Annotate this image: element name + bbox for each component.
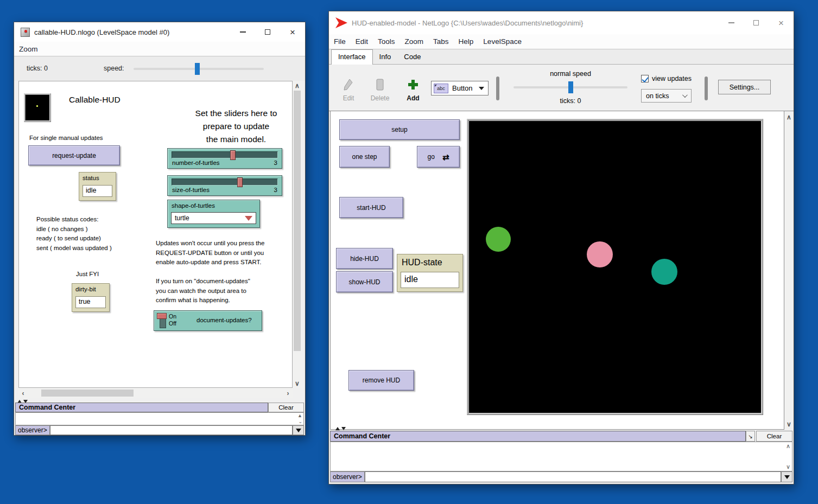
delete-widget-button[interactable]: Delete	[368, 76, 392, 102]
model-widget-canvas: Callable-HUD For single manual updates r…	[18, 81, 293, 388]
slider-instructions-note: Set the sliders here to prepare to updat…	[171, 107, 293, 146]
canvas-horizontal-scrollbar[interactable]: ‹ ›	[18, 388, 293, 398]
slider-handle[interactable]	[230, 150, 236, 160]
add-widget-button[interactable]: Add	[401, 76, 425, 102]
world-view[interactable]	[469, 121, 761, 413]
left-menubar: Zoom	[14, 42, 305, 56]
hide-hud-button[interactable]: hide-HUD	[336, 248, 393, 269]
minimize-button[interactable]	[230, 22, 255, 42]
ticks-counter: ticks: 0	[513, 97, 627, 105]
menu-item-help[interactable]: Help	[454, 37, 479, 46]
menu-item-file[interactable]: File	[329, 37, 351, 46]
close-button[interactable]: ×	[769, 11, 794, 34]
close-button[interactable]: ×	[280, 22, 305, 42]
slider-track[interactable]	[172, 151, 278, 158]
show-hud-button[interactable]: show-HUD	[336, 271, 393, 292]
scroll-up-icon[interactable]: ∧	[784, 112, 794, 122]
view-updates-checkbox[interactable]: view updates	[641, 75, 692, 82]
start-hud-button[interactable]: start-HUD	[339, 197, 403, 218]
request-update-button[interactable]: request-update	[28, 145, 120, 165]
chooser-value: turtle	[175, 214, 189, 222]
clear-button[interactable]: Clear	[268, 403, 304, 412]
dropdown-arrow-icon	[296, 429, 301, 432]
right-window-title: HUD-enabled-model - NetLogo {C:\Users\wa…	[352, 19, 583, 27]
status-monitor: status idle	[79, 172, 116, 201]
one-step-button[interactable]: one step	[339, 146, 390, 168]
command-history-dropdown[interactable]	[293, 425, 304, 435]
status-monitor-value: idle	[83, 185, 112, 197]
menu-item-edit[interactable]: Edit	[351, 37, 373, 46]
output-scroll-up-icon[interactable]: ▲	[297, 413, 302, 418]
clear-button[interactable]: Clear	[756, 431, 792, 442]
checkbox-icon[interactable]	[641, 75, 649, 82]
document-updates-switch[interactable]: On Off document-updates?	[154, 310, 262, 331]
speed-slider-handle[interactable]	[195, 63, 200, 75]
dirty-bit-monitor-value: true	[75, 296, 106, 308]
number-of-turtles-slider[interactable]: number-of-turtles 3	[167, 148, 282, 169]
settings-button[interactable]: Settings...	[718, 80, 771, 94]
eraser-icon	[368, 76, 392, 93]
tab-code[interactable]: Code	[397, 50, 427, 64]
status-codes-note: Possible status codes: idle ( no changes…	[36, 215, 112, 253]
scrollbar-thumb[interactable]	[41, 390, 134, 397]
turtle-circle	[651, 259, 677, 285]
expand-icon: ↘	[748, 433, 752, 439]
scroll-down-icon[interactable]: ∨	[784, 419, 794, 429]
setup-button[interactable]: setup	[339, 119, 460, 140]
command-center-output[interactable]: ∧ ∨	[330, 442, 792, 471]
slider-value: 3	[274, 187, 277, 193]
scroll-down-icon[interactable]: ∨	[293, 379, 302, 388]
expand-command-center-button[interactable]: ↘	[746, 431, 755, 442]
speed-slider-handle[interactable]	[568, 81, 573, 93]
menu-item-tabs[interactable]: Tabs	[428, 37, 454, 46]
remove-hud-button[interactable]: remove HUD	[348, 370, 414, 391]
command-center-output[interactable]: ▲ ⌄	[15, 412, 304, 425]
right-titlebar[interactable]: HUD-enabled-model - NetLogo {C:\Users\wa…	[329, 11, 794, 34]
updates-note: Updates won't occur until you press the …	[156, 239, 264, 267]
maximize-button[interactable]	[255, 22, 280, 42]
slider-value: 3	[274, 160, 277, 166]
tab-info[interactable]: Info	[373, 50, 398, 64]
command-center-header: Command Center	[330, 431, 746, 442]
canvas-vertical-scrollbar[interactable]: ∧ ∨	[293, 81, 302, 388]
observer-command-input[interactable]	[365, 471, 781, 482]
scroll-left-icon[interactable]: ‹	[18, 388, 28, 398]
scroll-right-icon[interactable]: ›	[283, 388, 293, 398]
hud-state-monitor: HUD-state idle	[397, 254, 463, 292]
observer-command-input[interactable]	[50, 425, 293, 435]
go-button[interactable]: go ⇄	[417, 146, 460, 168]
menu-item-levelspace[interactable]: LevelSpace	[478, 37, 527, 46]
slider-handle[interactable]	[237, 177, 243, 187]
output-scroll-down-icon[interactable]: ⌄	[298, 419, 302, 424]
edit-widget-button[interactable]: Edit	[337, 76, 360, 102]
widget-type-select[interactable]: abc Button	[431, 81, 489, 95]
output-scroll-down-icon[interactable]: ∨	[786, 464, 790, 469]
tab-bar: Interface Info Code	[329, 49, 794, 65]
left-titlebar[interactable]: callable-HUD.nlogo (LevelSpace model #0)…	[14, 22, 305, 42]
scrollbar-thumb[interactable]	[294, 91, 301, 351]
ticks-counter: ticks: 0	[27, 65, 48, 72]
interface-vertical-scrollbar[interactable]: ∧ ∨	[784, 111, 794, 430]
left-toolbar: ticks: 0 speed:	[14, 56, 305, 81]
size-of-turtles-slider[interactable]: size-of-turtles 3	[167, 175, 282, 196]
menu-item-tools[interactable]: Tools	[373, 37, 400, 46]
update-mode-select[interactable]: on ticks	[641, 89, 692, 103]
command-center-splitter[interactable]	[335, 427, 346, 430]
maximize-button[interactable]	[744, 11, 769, 34]
switch-knob[interactable]	[157, 313, 167, 319]
command-history-dropdown[interactable]	[781, 471, 792, 482]
scroll-up-icon[interactable]: ∧	[293, 81, 302, 90]
pencil-icon	[337, 76, 360, 93]
menu-item-zoom[interactable]: Zoom	[400, 37, 429, 46]
manual-updates-label: For single manual updates	[29, 133, 103, 143]
forever-icon: ⇄	[442, 153, 449, 161]
slider-track[interactable]	[172, 178, 278, 186]
output-scroll-up-icon[interactable]: ∧	[786, 444, 790, 449]
tab-interface[interactable]: Interface	[331, 49, 373, 65]
menu-item-zoom[interactable]: Zoom	[14, 45, 43, 53]
chooser-value-box[interactable]: turtle	[171, 212, 256, 224]
interface-toolbar: Edit Delete Add abc Button normal speed …	[329, 65, 794, 111]
speed-label: normal speed	[513, 70, 627, 78]
minimize-button[interactable]	[719, 11, 744, 34]
shape-of-turtles-chooser[interactable]: shape-of-turtles turtle	[167, 200, 260, 228]
